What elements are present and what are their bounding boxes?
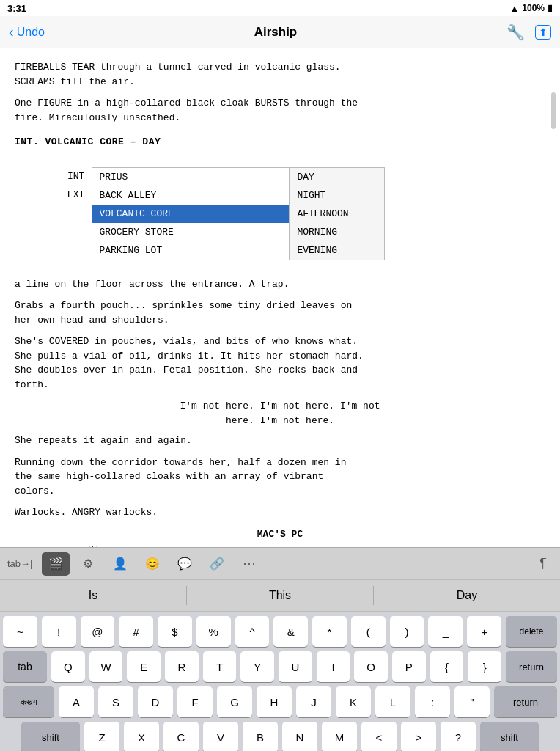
key-tilde[interactable]: ~ [3,616,37,647]
key-m[interactable]: M [322,722,357,751]
key-o[interactable]: O [354,651,388,682]
key-exclaim[interactable]: ! [42,616,76,647]
location-grocery-store[interactable]: GROCERY STORE [92,223,289,241]
script-area-2[interactable]: a line on the floor across the entrance.… [0,271,560,548]
key-y[interactable]: Y [240,651,274,682]
key-h[interactable]: H [257,686,292,717]
key-caret[interactable]: ^ [235,616,270,647]
time-night[interactable]: NIGHT [290,186,384,205]
key-quote[interactable]: " [454,686,490,717]
key-plus[interactable]: + [467,616,501,647]
key-question[interactable]: ? [441,722,476,751]
key-l[interactable]: L [375,686,410,717]
time-evening[interactable]: EVENING [290,241,384,260]
key-x[interactable]: X [124,722,159,751]
autocomplete-overlay[interactable]: INT EXT PRIUS BACK ALLEY VOLCANIC CORE G… [60,167,385,260]
battery-label: 100% [522,3,545,13]
key-j[interactable]: J [296,686,331,717]
key-dollar[interactable]: $ [158,616,192,647]
key-w[interactable]: W [89,651,123,682]
key-d[interactable]: D [138,686,173,717]
toolbar-emotion-btn[interactable]: 😊 [139,552,166,576]
key-return-2[interactable]: return [494,686,557,717]
location-back-alley[interactable]: BACK ALLEY [92,186,289,205]
key-g[interactable]: G [217,686,252,717]
key-gt[interactable]: > [401,722,436,751]
key-percent[interactable]: % [196,616,231,647]
key-i[interactable]: I [317,651,350,682]
key-a[interactable]: A [59,686,94,717]
script-line-13: Running down the corridor towards her, h… [15,455,545,499]
key-shift-right[interactable]: shift [480,722,539,751]
key-hash[interactable]: # [119,616,153,647]
key-c[interactable]: C [163,722,199,751]
back-label: Undo [17,26,45,39]
scroll-indicator [551,92,556,129]
toolbar-more-btn[interactable]: ··· [235,552,263,576]
keyboard-row-qwerty: tab Q W E R T Y U I O P { } return [3,651,557,682]
script-area[interactable]: FIREBALLS TEAR through a tunnel carved i… [0,48,560,167]
key-z[interactable]: Z [84,722,119,751]
key-rparen[interactable]: ) [390,616,424,647]
key-return[interactable]: return [506,651,557,682]
time-day[interactable]: DAY [290,168,384,186]
ext-item[interactable]: EXT [60,186,92,204]
status-time: 3:31 [7,3,26,14]
key-e[interactable]: E [127,651,161,682]
int-item[interactable]: INT [60,167,92,186]
script-line-3: One FIGURE in a high-collared black cloa… [15,96,545,125]
key-lparen[interactable]: ( [351,616,386,647]
key-delete[interactable]: delete [506,616,557,647]
key-r[interactable]: R [165,651,199,682]
key-amp[interactable]: & [273,616,308,647]
key-underscore[interactable]: _ [428,616,463,647]
key-at[interactable]: @ [81,616,115,647]
time-afternoon[interactable]: AFTERNOON [290,205,384,223]
wifi-icon: ▲ [509,3,519,14]
toolbar-link-btn[interactable]: 🔗 [203,552,231,576]
toolbar-comment-btn[interactable]: 💬 [171,552,199,576]
key-b[interactable]: B [243,722,278,751]
tools-icon[interactable]: 🔧 [506,23,525,41]
keyboard: ~ ! @ # $ % ^ & * ( ) _ + delete tab Q W… [0,612,560,751]
suggestion-is[interactable]: Is [0,585,186,607]
script-line-6: Grabs a fourth pouch... sprinkles some t… [15,298,545,327]
location-parking-lot[interactable]: PARKING LOT [92,241,289,260]
key-q[interactable]: Q [51,651,85,682]
location-volcanic-core[interactable]: VOLCANIC CORE [92,205,289,223]
toolbar-scenes-btn[interactable]: 🎬 [42,552,70,576]
suggestion-this[interactable]: This [187,585,373,607]
battery-icon: ▮ [548,3,553,13]
key-lbrace[interactable]: { [430,651,464,682]
key-n[interactable]: N [282,722,317,751]
key-shift-left[interactable]: shift [21,722,80,751]
suggestion-day[interactable]: Day [374,585,560,607]
toolbar-character-btn[interactable]: 👤 [106,552,134,576]
key-v[interactable]: V [203,722,238,751]
nav-title: Airship [254,25,298,40]
scene-heading: INT. VOLCANIC CORE – DAY [15,135,545,150]
location-prius[interactable]: PRIUS [92,168,289,186]
key-f[interactable]: F [177,686,213,717]
key-colon[interactable]: : [415,686,450,717]
key-rbrace[interactable]: } [468,651,501,682]
key-star[interactable]: * [312,616,347,647]
back-button[interactable]: ‹ Undo [9,23,45,40]
key-t[interactable]: T [203,651,237,682]
key-tab[interactable]: tab [3,651,47,682]
toolbar-settings-btn[interactable]: ⚙ [74,552,102,576]
key-caps[interactable]: कखग [3,686,54,717]
key-p[interactable]: P [392,651,426,682]
key-s[interactable]: S [98,686,133,717]
status-bar: 3:31 ▲ 100% ▮ [0,0,560,16]
toolbar-paragraph-btn[interactable]: ¶ [534,553,553,574]
time-morning[interactable]: MORNING [290,223,384,241]
time-column: DAY NIGHT AFTERNOON MORNING EVENING [290,167,385,260]
script-dialogue-1: I'm not here. I'm not here. I'm not here… [73,399,487,428]
key-lt[interactable]: < [361,722,397,751]
key-k[interactable]: K [336,686,371,717]
script-line-17: Hi [15,543,545,547]
script-char1: MAC'S PC [15,527,545,542]
key-u[interactable]: U [279,651,312,682]
share-icon[interactable]: ⬆ [535,25,551,40]
